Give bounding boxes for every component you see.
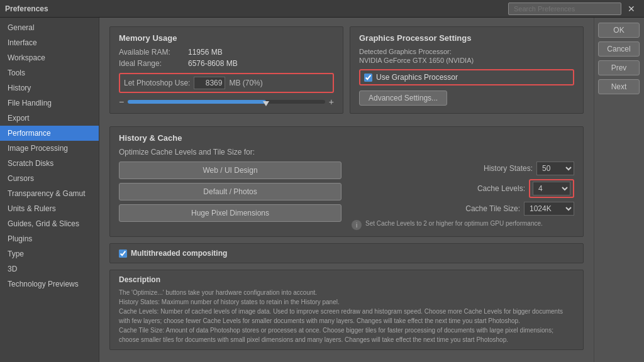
- right-panel: OK Cancel Prev Next: [594, 18, 644, 362]
- memory-slider-row: − +: [119, 97, 334, 107]
- description-text: The 'Optimize...' buttons take your hard…: [119, 288, 574, 344]
- memory-slider[interactable]: [128, 100, 325, 104]
- cancel-button[interactable]: Cancel: [598, 41, 640, 57]
- ideal-range-label: Ideal Range:: [119, 59, 188, 68]
- content-area: Memory Usage Available RAM: 11956 MB Ide…: [99, 18, 594, 362]
- available-ram-row: Available RAM: 11956 MB: [119, 48, 334, 57]
- use-gpu-label[interactable]: Use Graphics Processor: [376, 73, 458, 82]
- cache-buttons: Web / UI Design Default / Photos Huge Pi…: [119, 162, 341, 230]
- gpu-name-value: NVIDIA GeForce GTX 1650 (NVIDIA): [359, 57, 574, 64]
- optimize-cache-label: Optimize Cache Levels and Tile Size for:: [119, 148, 574, 156]
- graphics-processor-section: Graphics Processor Settings Detected Gra…: [350, 26, 584, 114]
- slider-thumb: [263, 101, 269, 106]
- ok-button[interactable]: OK: [598, 23, 640, 38]
- cache-levels-highlighted: 4: [529, 179, 574, 198]
- sidebar-item-performance[interactable]: Performance: [0, 126, 99, 141]
- photoshop-use-unit: MB (70%): [229, 79, 262, 87]
- cache-layout: Web / UI Design Default / Photos Huge Pi…: [119, 162, 574, 230]
- default-photos-button[interactable]: Default / Photos: [119, 183, 341, 200]
- memory-section-title: Memory Usage: [119, 33, 334, 43]
- description-section: Description The 'Optimize...' buttons ta…: [109, 270, 584, 350]
- sidebar-item-scratchdisks[interactable]: Scratch Disks: [0, 156, 99, 171]
- main-container: General Interface Workspace Tools Histor…: [0, 18, 644, 362]
- memory-usage-section: Memory Usage Available RAM: 11956 MB Ide…: [109, 26, 343, 114]
- title-bar: Preferences ✕: [0, 0, 644, 18]
- next-button[interactable]: Next: [598, 79, 640, 94]
- sidebar-item-filehandling[interactable]: File Handling: [0, 96, 99, 111]
- web-ui-design-button[interactable]: Web / UI Design: [119, 162, 341, 179]
- use-gpu-checkbox[interactable]: [364, 74, 372, 82]
- sidebar: General Interface Workspace Tools Histor…: [0, 18, 99, 362]
- close-button[interactable]: ✕: [624, 3, 639, 15]
- history-cache-title: History & Cache: [119, 133, 574, 143]
- advanced-settings-button[interactable]: Advanced Settings...: [359, 90, 447, 106]
- sidebar-item-guides[interactable]: Guides, Grid & Slices: [0, 216, 99, 231]
- cache-settings: History States: 50 Cache Levels: 4: [352, 162, 574, 230]
- cache-info: i Set Cache Levels to 2 or higher for op…: [352, 219, 574, 230]
- detected-gpu-label: Detected Graphics Processor:: [359, 48, 574, 55]
- photoshop-use-label: Let Photoshop Use:: [124, 79, 190, 87]
- info-icon: i: [352, 220, 362, 230]
- history-states-select[interactable]: 50: [536, 162, 574, 175]
- sidebar-item-interface[interactable]: Interface: [0, 35, 99, 50]
- top-row: Memory Usage Available RAM: 11956 MB Ide…: [109, 26, 584, 120]
- sidebar-item-techpreviews[interactable]: Technology Previews: [0, 277, 99, 292]
- sidebar-item-3d[interactable]: 3D: [0, 261, 99, 277]
- slider-increase-button[interactable]: +: [329, 97, 334, 107]
- sidebar-item-tools[interactable]: Tools: [0, 65, 99, 80]
- sidebar-item-cursors[interactable]: Cursors: [0, 171, 99, 186]
- slider-decrease-button[interactable]: −: [119, 97, 124, 107]
- window-title: Preferences: [5, 4, 48, 13]
- sidebar-item-workspace[interactable]: Workspace: [0, 50, 99, 65]
- huge-pixel-dimensions-button[interactable]: Huge Pixel Dimensions: [119, 204, 341, 222]
- use-gpu-row: Use Graphics Processor: [359, 69, 574, 85]
- sidebar-item-export[interactable]: Export: [0, 111, 99, 126]
- cache-info-text: Set Cache Levels to 2 or higher for opti…: [365, 219, 543, 228]
- ideal-range-row: Ideal Range: 6576-8608 MB: [119, 59, 334, 68]
- sidebar-item-plugins[interactable]: Plugins: [0, 231, 99, 246]
- slider-fill: [128, 100, 266, 104]
- available-ram-value: 11956 MB: [188, 48, 223, 57]
- description-title: Description: [119, 275, 574, 284]
- multithreaded-label[interactable]: Multithreaded compositing: [131, 249, 227, 258]
- title-bar-controls: ✕: [508, 3, 639, 15]
- cache-tile-row: Cache Tile Size: 1024K: [352, 202, 574, 216]
- search-input[interactable]: [508, 3, 621, 15]
- cache-levels-select[interactable]: 4: [533, 182, 570, 195]
- sidebar-item-unitsrulers[interactable]: Units & Rulers: [0, 201, 99, 216]
- ideal-range-value: 6576-8608 MB: [188, 59, 238, 68]
- sidebar-item-type[interactable]: Type: [0, 246, 99, 261]
- sidebar-item-imageprocessing[interactable]: Image Processing: [0, 141, 99, 156]
- multithreaded-checkbox[interactable]: [119, 250, 127, 258]
- available-ram-label: Available RAM:: [119, 48, 188, 57]
- history-cache-section: History & Cache Optimize Cache Levels an…: [109, 126, 584, 237]
- multithreaded-section: Multithreaded compositing: [109, 243, 584, 263]
- cache-tile-select[interactable]: 1024K: [524, 202, 574, 216]
- cache-levels-row: Cache Levels: 4: [352, 179, 574, 198]
- history-states-row: History States: 50: [352, 162, 574, 175]
- sidebar-item-general[interactable]: General: [0, 20, 99, 35]
- photoshop-use-row: Let Photoshop Use: MB (70%): [119, 73, 334, 93]
- history-states-label: History States:: [484, 164, 533, 173]
- sidebar-item-history[interactable]: History: [0, 80, 99, 96]
- graphics-section-title: Graphics Processor Settings: [359, 33, 574, 43]
- prev-button[interactable]: Prev: [598, 60, 640, 75]
- photoshop-use-input[interactable]: [194, 77, 225, 89]
- cache-tile-label: Cache Tile Size:: [465, 204, 520, 213]
- cache-levels-label: Cache Levels:: [477, 184, 525, 193]
- sidebar-item-transparency[interactable]: Transparency & Gamut: [0, 186, 99, 201]
